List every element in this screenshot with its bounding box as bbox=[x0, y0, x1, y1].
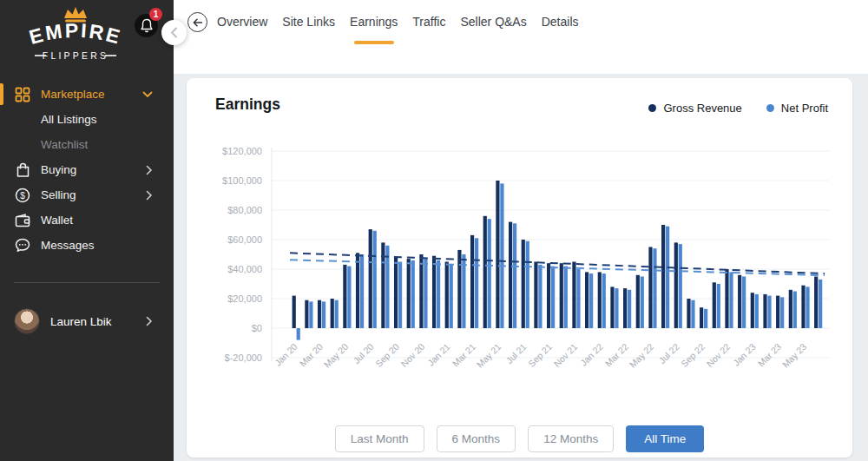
all-time-button[interactable]: All Time bbox=[626, 425, 704, 452]
earnings-card: Earnings Gross Revenue Net Profit $120,0… bbox=[187, 78, 852, 458]
earnings-chart: $120,000$100,000$80,000$60,000$40,000$20… bbox=[208, 132, 833, 403]
sidebar-divider bbox=[14, 282, 160, 283]
chevron-left-icon bbox=[170, 27, 178, 38]
legend-net-profit: Net Profit bbox=[766, 102, 828, 115]
sidebar-item-all-listings[interactable]: All Listings bbox=[0, 107, 174, 132]
svg-text:Nov 22: Nov 22 bbox=[704, 341, 732, 369]
svg-text:Jul 21: Jul 21 bbox=[503, 341, 528, 366]
chevron-right-icon bbox=[146, 190, 153, 201]
user-name: Lauren Lbik bbox=[50, 315, 112, 328]
sidebar-item-messages[interactable]: Messages bbox=[0, 233, 174, 258]
svg-text:EMPIRE: EMPIRE bbox=[27, 19, 125, 49]
svg-text:Jan 22: Jan 22 bbox=[578, 341, 605, 368]
svg-text:Mar 23: Mar 23 bbox=[755, 341, 783, 369]
chevron-right-icon bbox=[146, 316, 153, 326]
svg-text:$-20,000: $-20,000 bbox=[225, 352, 262, 363]
sidebar-nav: Marketplace All Listings Watchlist Buyin… bbox=[0, 82, 174, 258]
svg-text:May 21: May 21 bbox=[474, 341, 503, 370]
active-indicator bbox=[0, 83, 3, 105]
logo-subtitle: FLIPPERS bbox=[43, 50, 108, 61]
top-navigation: Overview Site Links Earnings Traffic Sel… bbox=[174, 0, 868, 74]
avatar bbox=[14, 308, 40, 334]
svg-text:Sep 22: Sep 22 bbox=[679, 341, 707, 369]
tab-site-links[interactable]: Site Links bbox=[282, 0, 335, 45]
chart-legend: Gross Revenue Net Profit bbox=[648, 102, 828, 115]
twelve-months-button[interactable]: 12 Months bbox=[528, 425, 614, 452]
dollar-icon: $ bbox=[14, 187, 31, 204]
tab-traffic[interactable]: Traffic bbox=[412, 0, 445, 45]
tab-earnings[interactable]: Earnings bbox=[350, 0, 398, 45]
svg-text:May 23: May 23 bbox=[780, 341, 809, 370]
logo-graphic: EMPIRE FLIPPERS bbox=[10, 5, 141, 63]
sidebar-collapse-button[interactable] bbox=[161, 20, 187, 45]
svg-text:Nov 21: Nov 21 bbox=[551, 341, 579, 369]
sidebar-item-watchlist[interactable]: Watchlist bbox=[0, 132, 174, 157]
main-content: Earnings Gross Revenue Net Profit $120,0… bbox=[174, 74, 868, 461]
logo-title: EMPIRE bbox=[27, 19, 125, 49]
last-month-button[interactable]: Last Month bbox=[335, 425, 424, 452]
sidebar-item-label: Marketplace bbox=[41, 88, 105, 101]
tab-overview[interactable]: Overview bbox=[217, 0, 267, 45]
sidebar-item-label: Watchlist bbox=[41, 138, 88, 151]
sidebar-item-selling[interactable]: $ Selling bbox=[0, 182, 174, 207]
svg-text:Sep 21: Sep 21 bbox=[526, 341, 554, 369]
back-button[interactable] bbox=[187, 12, 207, 32]
sidebar-item-wallet[interactable]: Wallet bbox=[0, 207, 174, 233]
svg-text:Mar 20: Mar 20 bbox=[297, 341, 325, 369]
date-range-buttons: Last Month 6 Months 12 Months All Time bbox=[187, 425, 852, 452]
bell-icon bbox=[140, 18, 154, 33]
svg-text:May 22: May 22 bbox=[628, 341, 656, 370]
sidebar: EMPIRE FLIPPERS 1 M bbox=[0, 0, 174, 461]
sidebar-item-label: Buying bbox=[41, 163, 76, 176]
svg-text:May 20: May 20 bbox=[321, 341, 350, 370]
active-tab-underline bbox=[354, 41, 394, 44]
sidebar-item-label: Messages bbox=[41, 239, 95, 252]
tab-bar: Overview Site Links Earnings Traffic Sel… bbox=[217, 0, 579, 45]
user-menu[interactable]: Lauren Lbik bbox=[0, 304, 174, 339]
chevron-right-icon bbox=[146, 165, 153, 175]
svg-text:$120,000: $120,000 bbox=[222, 146, 262, 156]
sidebar-item-label: Selling bbox=[41, 188, 76, 201]
chat-icon bbox=[14, 237, 31, 254]
chevron-down-icon bbox=[142, 91, 153, 98]
svg-text:$40,000: $40,000 bbox=[227, 264, 262, 274]
notifications-button[interactable]: 1 bbox=[135, 14, 158, 37]
svg-text:$0: $0 bbox=[252, 323, 262, 333]
svg-text:Sep 20: Sep 20 bbox=[373, 341, 401, 369]
svg-text:Jan 21: Jan 21 bbox=[425, 341, 452, 368]
sidebar-item-buying[interactable]: Buying bbox=[0, 157, 174, 182]
legend-gross-revenue: Gross Revenue bbox=[648, 102, 741, 115]
svg-text:Jan 20: Jan 20 bbox=[273, 341, 299, 368]
svg-text:$: $ bbox=[20, 190, 25, 200]
grid-icon bbox=[14, 86, 31, 103]
svg-text:$100,000: $100,000 bbox=[222, 175, 262, 186]
svg-text:Jul 20: Jul 20 bbox=[351, 341, 375, 366]
tab-details[interactable]: Details bbox=[542, 0, 579, 45]
svg-text:Jan 23: Jan 23 bbox=[731, 341, 758, 368]
notification-badge: 1 bbox=[149, 8, 162, 21]
sidebar-item-label: Wallet bbox=[41, 214, 73, 227]
page: EMPIRE FLIPPERS 1 M bbox=[0, 0, 868, 461]
svg-text:Jul 22: Jul 22 bbox=[656, 341, 681, 366]
net-profit-dot bbox=[766, 104, 774, 112]
tab-seller-qas[interactable]: Seller Q&As bbox=[460, 0, 526, 45]
gross-revenue-dot bbox=[648, 104, 656, 112]
svg-text:$60,000: $60,000 bbox=[227, 234, 262, 245]
svg-text:Nov 20: Nov 20 bbox=[398, 341, 426, 369]
svg-text:Mar 22: Mar 22 bbox=[602, 341, 630, 369]
bag-icon bbox=[14, 161, 31, 179]
sidebar-item-label: All Listings bbox=[41, 113, 97, 126]
svg-text:$80,000: $80,000 bbox=[227, 205, 262, 215]
empire-flippers-logo[interactable]: EMPIRE FLIPPERS bbox=[10, 5, 141, 63]
six-months-button[interactable]: 6 Months bbox=[437, 425, 516, 452]
svg-text:Mar 21: Mar 21 bbox=[450, 341, 477, 369]
sidebar-item-marketplace[interactable]: Marketplace bbox=[0, 82, 174, 107]
wallet-icon bbox=[14, 212, 31, 229]
svg-text:$20,000: $20,000 bbox=[227, 293, 262, 304]
arrow-left-icon bbox=[193, 18, 203, 27]
card-title: Earnings bbox=[215, 95, 280, 114]
